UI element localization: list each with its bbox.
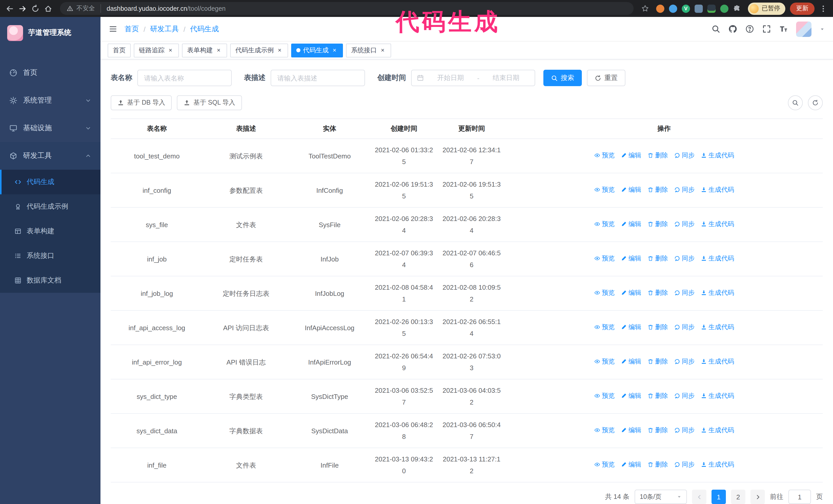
row-action-sync[interactable]: 同步 xyxy=(674,150,695,162)
breadcrumb-devtools[interactable]: 研发工具 xyxy=(150,24,179,33)
goto-page-input[interactable] xyxy=(788,490,811,504)
row-action-delete[interactable]: 删除 xyxy=(647,459,668,471)
reset-button[interactable]: 重置 xyxy=(587,70,625,86)
extension-icon-dark[interactable] xyxy=(708,4,716,13)
row-action-edit[interactable]: 编辑 xyxy=(621,390,641,402)
user-avatar[interactable] xyxy=(796,21,811,37)
next-page-button[interactable] xyxy=(751,490,765,504)
font-size-icon[interactable] xyxy=(779,25,788,33)
row-action-preview[interactable]: 预览 xyxy=(594,390,615,402)
import-db-button[interactable]: 基于 DB 导入 xyxy=(111,95,172,110)
browser-back-button[interactable] xyxy=(6,4,14,13)
extension-icon-green[interactable] xyxy=(720,4,729,13)
row-action-edit[interactable]: 编辑 xyxy=(621,218,641,230)
row-action-sync[interactable]: 同步 xyxy=(674,321,695,333)
table-name-input[interactable] xyxy=(137,70,232,86)
sidebar-subitem-codegen[interactable]: 代码生成 xyxy=(0,170,100,194)
row-action-sync[interactable]: 同步 xyxy=(674,253,695,265)
row-action-generate[interactable]: 生成代码 xyxy=(701,184,734,196)
row-action-delete[interactable]: 删除 xyxy=(647,425,668,436)
row-action-preview[interactable]: 预览 xyxy=(594,184,615,196)
bookmark-star-icon[interactable] xyxy=(641,5,649,12)
tab-form-builder[interactable]: 表单构建 xyxy=(182,43,227,57)
row-action-generate[interactable]: 生成代码 xyxy=(701,425,734,436)
app-logo[interactable]: 芋道管理系统 xyxy=(0,17,100,49)
fullscreen-icon[interactable] xyxy=(762,25,771,33)
tab-trace[interactable]: 链路追踪 xyxy=(134,43,179,57)
row-action-edit[interactable]: 编辑 xyxy=(621,184,641,196)
help-icon[interactable] xyxy=(745,25,754,33)
close-icon[interactable] xyxy=(215,47,222,54)
page-button-2[interactable]: 2 xyxy=(731,490,745,504)
page-button-1[interactable]: 1 xyxy=(712,490,726,504)
security-indicator[interactable]: 不安全 xyxy=(67,4,101,13)
chevron-down-icon[interactable] xyxy=(820,26,825,31)
address-bar[interactable]: 不安全 dashboard.yudao.iocoder.cn/tool/code… xyxy=(60,2,634,15)
vue-devtools-icon[interactable] xyxy=(682,4,690,13)
row-action-preview[interactable]: 预览 xyxy=(594,253,615,265)
row-action-sync[interactable]: 同步 xyxy=(674,459,695,471)
sidebar-subitem-codegen-example[interactable]: 代码生成示例 xyxy=(0,194,100,219)
close-icon[interactable] xyxy=(276,47,283,54)
row-action-generate[interactable]: 生成代码 xyxy=(701,218,734,230)
row-action-delete[interactable]: 删除 xyxy=(647,287,668,299)
row-action-sync[interactable]: 同步 xyxy=(674,390,695,402)
row-action-preview[interactable]: 预览 xyxy=(594,150,615,162)
row-action-delete[interactable]: 删除 xyxy=(647,253,668,265)
extension-icon-orange[interactable] xyxy=(656,4,664,13)
row-action-sync[interactable]: 同步 xyxy=(674,356,695,368)
toggle-search-button[interactable] xyxy=(788,95,803,110)
row-action-preview[interactable]: 预览 xyxy=(594,287,615,299)
import-sql-button[interactable]: 基于 SQL 导入 xyxy=(177,95,242,110)
row-action-edit[interactable]: 编辑 xyxy=(621,150,641,162)
tab-home[interactable]: 首页 xyxy=(108,43,131,57)
extension-icon-slate[interactable] xyxy=(695,4,703,13)
row-action-generate[interactable]: 生成代码 xyxy=(701,390,734,402)
tab-codegen-example[interactable]: 代码生成示例 xyxy=(230,43,288,57)
row-action-preview[interactable]: 预览 xyxy=(594,425,615,436)
extension-icon-blue[interactable] xyxy=(669,4,677,13)
breadcrumb-home[interactable]: 首页 xyxy=(124,24,139,33)
browser-menu-icon[interactable] xyxy=(819,4,827,13)
row-action-generate[interactable]: 生成代码 xyxy=(701,287,734,299)
refresh-table-button[interactable] xyxy=(808,95,823,110)
search-button[interactable]: 搜索 xyxy=(543,70,582,86)
row-action-preview[interactable]: 预览 xyxy=(594,356,615,368)
close-icon[interactable] xyxy=(331,47,338,54)
row-action-edit[interactable]: 编辑 xyxy=(621,459,641,471)
row-action-generate[interactable]: 生成代码 xyxy=(701,356,734,368)
sidebar-item-devtools[interactable]: 研发工具 xyxy=(0,142,100,170)
page-size-select[interactable]: 10条/页 xyxy=(635,490,687,504)
prev-page-button[interactable] xyxy=(692,490,706,504)
row-action-sync[interactable]: 同步 xyxy=(674,218,695,230)
row-action-sync[interactable]: 同步 xyxy=(674,184,695,196)
sidebar-collapse-button[interactable] xyxy=(109,25,117,33)
search-icon[interactable] xyxy=(712,25,720,33)
browser-home-button[interactable] xyxy=(44,4,52,13)
row-action-delete[interactable]: 删除 xyxy=(647,356,668,368)
browser-reload-button[interactable] xyxy=(31,4,40,13)
row-action-delete[interactable]: 删除 xyxy=(647,390,668,402)
row-action-edit[interactable]: 编辑 xyxy=(621,321,641,333)
sidebar-subitem-db-doc[interactable]: 数据库文档 xyxy=(0,268,100,293)
row-action-delete[interactable]: 删除 xyxy=(647,184,668,196)
browser-update-button[interactable]: 更新 xyxy=(790,2,814,15)
row-action-edit[interactable]: 编辑 xyxy=(621,356,641,368)
row-action-edit[interactable]: 编辑 xyxy=(621,287,641,299)
row-action-generate[interactable]: 生成代码 xyxy=(701,150,734,162)
row-action-generate[interactable]: 生成代码 xyxy=(701,459,734,471)
close-icon[interactable] xyxy=(379,47,386,54)
tab-system-api[interactable]: 系统接口 xyxy=(346,43,391,57)
row-action-delete[interactable]: 删除 xyxy=(647,321,668,333)
tab-codegen[interactable]: 代码生成 xyxy=(291,43,343,57)
sidebar-subitem-system-api[interactable]: 系统接口 xyxy=(0,243,100,268)
row-action-edit[interactable]: 编辑 xyxy=(621,425,641,436)
sidebar-subitem-form-builder[interactable]: 表单构建 xyxy=(0,219,100,243)
row-action-preview[interactable]: 预览 xyxy=(594,459,615,471)
table-desc-input[interactable] xyxy=(271,70,365,86)
row-action-preview[interactable]: 预览 xyxy=(594,218,615,230)
row-action-sync[interactable]: 同步 xyxy=(674,287,695,299)
github-icon[interactable] xyxy=(729,25,737,33)
extensions-puzzle-icon[interactable] xyxy=(733,5,741,12)
row-action-delete[interactable]: 删除 xyxy=(647,218,668,230)
